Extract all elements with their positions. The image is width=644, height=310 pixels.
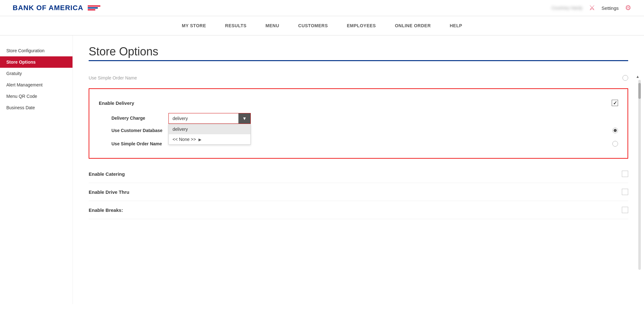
enable-catering-label: Enable Catering xyxy=(89,171,125,177)
scroll-up-button[interactable]: ▲ xyxy=(635,73,641,80)
sidebar-gratuity[interactable]: Gratuity xyxy=(0,68,73,79)
enable-breaks-label: Enable Breaks: xyxy=(89,207,123,213)
delivery-charge-value: delivery xyxy=(169,113,238,123)
enable-drive-thru-checkbox[interactable] xyxy=(622,189,628,195)
sidebar-business-date[interactable]: Business Date xyxy=(0,102,73,113)
cursor-icon: ▶ xyxy=(199,137,201,142)
enable-delivery-label: Enable Delivery xyxy=(99,100,134,106)
enable-breaks-checkbox[interactable] xyxy=(622,207,628,213)
user-name: Courtney Hardy xyxy=(552,5,583,10)
sidebar-store-options[interactable]: Store Options xyxy=(0,56,73,68)
sidebar: Store Configuration Store Options Gratui… xyxy=(0,35,73,304)
logo-area: BANK OF AMERICA xyxy=(13,4,100,12)
delivery-charge-dropdown[interactable]: delivery ▼ xyxy=(168,113,251,124)
delivery-charge-label: Delivery Charge xyxy=(111,113,162,121)
sidebar-alert-management[interactable]: Alert Management xyxy=(0,79,73,91)
nav-employees[interactable]: EMPLOYEES xyxy=(347,22,376,29)
flag-stripe-1 xyxy=(88,5,100,7)
logo-flag xyxy=(88,5,100,10)
nav-online-order[interactable]: ONLINE ORDER xyxy=(395,22,431,29)
delivery-charge-dropdown-popup: delivery << None >> ▶ xyxy=(168,124,251,145)
dropdown-option-none[interactable]: << None >> ▶ xyxy=(169,134,250,144)
nav-help[interactable]: HELP xyxy=(450,22,462,29)
enable-delivery-row: Enable Delivery ✓ xyxy=(99,97,618,109)
above-simple-order-name-row: Use Simple Order Name xyxy=(89,71,628,85)
settings-icon[interactable]: ⚙ xyxy=(625,4,631,12)
settings-label[interactable]: Settings xyxy=(602,5,619,11)
main-content: Store Options ▲ Use Simple Order Name En… xyxy=(73,35,644,304)
enable-catering-row: Enable Catering xyxy=(89,165,628,183)
sidebar-menu-qr-code[interactable]: Menu QR Code xyxy=(0,91,73,102)
above-simple-order-name-label: Use Simple Order Name xyxy=(89,75,137,80)
delivery-charge-row: Delivery Charge delivery ▼ delivery << N… xyxy=(99,109,618,124)
layout: Store Configuration Store Options Gratui… xyxy=(0,35,644,304)
dropdown-option-delivery[interactable]: delivery xyxy=(169,124,250,134)
nav-customers[interactable]: CUSTOMERS xyxy=(298,22,328,29)
enable-breaks-row: Enable Breaks: xyxy=(89,201,628,219)
above-simple-order-name-radio[interactable] xyxy=(622,75,628,81)
use-simple-order-name-radio[interactable] xyxy=(612,141,618,147)
scrollbar-track[interactable] xyxy=(638,80,641,270)
scrollbar-thumb xyxy=(638,83,641,99)
enable-delivery-checkbox[interactable]: ✓ xyxy=(612,100,618,106)
header: BANK OF AMERICA Courtney Hardy ⚔ Setting… xyxy=(0,0,644,16)
use-customer-database-radio[interactable] xyxy=(612,128,618,133)
enable-drive-thru-row: Enable Drive Thru xyxy=(89,183,628,201)
logo-text: BANK OF AMERICA xyxy=(13,4,83,12)
header-right: Courtney Hardy ⚔ Settings ⚙ xyxy=(552,4,631,12)
use-customer-database-label: Use Customer Database xyxy=(111,128,162,133)
nav-results[interactable]: RESULTS xyxy=(225,22,247,29)
enable-drive-thru-label: Enable Drive Thru xyxy=(89,189,129,195)
dropdown-arrow-button[interactable]: ▼ xyxy=(238,113,250,123)
enable-catering-checkbox[interactable] xyxy=(622,171,628,177)
nav-menu[interactable]: MENU xyxy=(266,22,279,29)
title-underline xyxy=(89,60,628,61)
page-title: Store Options xyxy=(89,45,628,58)
delivery-charge-dropdown-container: delivery ▼ delivery << None >> ▶ xyxy=(168,113,251,124)
sidebar-store-configuration[interactable]: Store Configuration xyxy=(0,45,73,56)
flag-stripe-2 xyxy=(88,7,98,9)
main-nav: MY STORE RESULTS MENU CUSTOMERS EMPLOYEE… xyxy=(0,16,644,35)
nav-my-store[interactable]: MY STORE xyxy=(182,22,206,29)
delivery-box: Enable Delivery ✓ Delivery Charge delive… xyxy=(89,88,628,159)
user-icon[interactable]: ⚔ xyxy=(589,4,595,12)
flag-stripe-3 xyxy=(88,9,95,10)
use-simple-order-name-label: Use Simple Order Name xyxy=(111,141,162,146)
